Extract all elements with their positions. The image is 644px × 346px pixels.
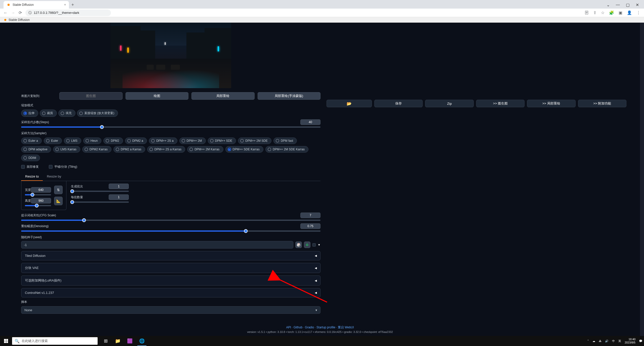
copy-paint-button[interactable]: 绘图 bbox=[126, 92, 189, 100]
url-input[interactable]: ⓘ 127.0.0.1:7860/?__theme=dark bbox=[25, 10, 111, 16]
sidepanel-icon[interactable]: ▣ bbox=[619, 10, 622, 15]
height-slider[interactable] bbox=[25, 205, 51, 206]
tray-notifications-icon[interactable]: 💬 bbox=[639, 339, 642, 343]
share-icon[interactable]: ⇪ bbox=[593, 10, 596, 15]
maximize-icon[interactable]: ▢ bbox=[626, 3, 630, 7]
bookmark-icon[interactable]: ☆ bbox=[601, 10, 605, 15]
footer-links[interactable]: API · Github · Gradio · Startup profile … bbox=[0, 325, 640, 330]
accordion-tiled-diffusion[interactable]: Tiled Diffusion◀ bbox=[21, 251, 320, 260]
sampler-dpmpp2msde[interactable]: DPM++ 2M SDE bbox=[238, 137, 271, 144]
close-icon[interactable]: ✕ bbox=[636, 3, 639, 7]
sampler-dpmpp2m[interactable]: DPM++ 2M bbox=[179, 137, 206, 144]
steps-value[interactable]: 40 bbox=[300, 119, 320, 125]
tab-resize-to[interactable]: Resize to bbox=[21, 172, 43, 181]
resize-stretch-radio[interactable]: 拉伸 bbox=[21, 110, 38, 117]
steps-slider[interactable] bbox=[21, 126, 320, 128]
sampler-euler-a[interactable]: Euler a bbox=[21, 137, 42, 144]
chevron-down-icon[interactable]: ⌄ bbox=[607, 3, 610, 7]
width-slider[interactable] bbox=[25, 194, 51, 195]
tray-clock[interactable]: 18:402023/8/5 bbox=[625, 338, 635, 344]
explorer-icon[interactable]: 📁 bbox=[112, 336, 123, 346]
sampler-dpmfast[interactable]: DPM fast bbox=[273, 137, 297, 144]
sampler-dpmpp2msde-karras[interactable]: DPM++ 2M SDE Karras bbox=[265, 146, 308, 153]
vertical-scrollbar[interactable] bbox=[640, 23, 644, 336]
new-tab-button[interactable]: + bbox=[69, 1, 76, 9]
copy-inpaint-button[interactable]: 局部重绘 bbox=[191, 92, 255, 100]
batch-size-value[interactable]: 1 bbox=[109, 194, 129, 200]
swap-dims-button[interactable]: ⇅ bbox=[54, 186, 63, 194]
tray-ime[interactable]: 英 bbox=[618, 339, 621, 343]
extensions-icon[interactable]: 🧩 bbox=[609, 10, 614, 15]
back-icon[interactable]: ← bbox=[4, 11, 8, 15]
minimize-icon[interactable]: — bbox=[616, 3, 620, 7]
copy-img2img-button[interactable]: 图生图 bbox=[59, 92, 123, 100]
send-inpaint-button[interactable]: >> 局部重绘 bbox=[527, 100, 575, 107]
sampler-dpm2a-karras[interactable]: DPM2 a Karras bbox=[113, 146, 145, 153]
resize-fill-radio[interactable]: 填充 bbox=[58, 110, 75, 117]
sampler-dpmpp2sa[interactable]: DPM++ 2S a bbox=[149, 137, 177, 144]
tray-up-icon[interactable]: ˄ bbox=[587, 339, 589, 343]
profile-icon[interactable]: 👤 bbox=[627, 10, 632, 15]
script-select[interactable]: None▾ bbox=[21, 306, 320, 314]
zip-button[interactable]: Zip bbox=[425, 100, 473, 107]
width-value[interactable]: 640 bbox=[31, 187, 51, 193]
app-icon-1[interactable]: 🟪 bbox=[124, 336, 135, 346]
save-button[interactable]: 保存 bbox=[374, 100, 423, 107]
sampler-dpmppsde[interactable]: DPM++ SDE bbox=[208, 137, 236, 144]
send-extras-button[interactable]: >> 附加功能 bbox=[578, 100, 626, 107]
chrome-icon[interactable]: 🌐 bbox=[136, 336, 147, 346]
seed-random-button[interactable]: 🎲 bbox=[295, 241, 302, 248]
tab-close-icon[interactable]: × bbox=[64, 3, 66, 7]
batch-size-slider[interactable] bbox=[71, 201, 129, 203]
seed-input[interactable] bbox=[21, 241, 293, 249]
denoise-value[interactable]: 0.75 bbox=[300, 223, 320, 229]
batch-count-slider[interactable] bbox=[71, 191, 129, 192]
sampler-dpmppsde-karras[interactable]: DPM++ SDE Karras bbox=[225, 146, 263, 153]
browser-tab[interactable]: Stable Diffusion × bbox=[4, 1, 69, 9]
send-img2img-button[interactable]: >> 图生图 bbox=[476, 100, 525, 107]
input-image-preview[interactable] bbox=[110, 23, 231, 88]
reload-icon[interactable]: ⟳ bbox=[19, 10, 22, 15]
tiling-checkbox[interactable]: 平铺/分块 (Tiling) bbox=[49, 165, 77, 169]
sampler-dpmpp2sa-karras[interactable]: DPM++ 2S a Karras bbox=[147, 146, 185, 153]
seed-expand-icon[interactable]: ▼ bbox=[318, 243, 320, 246]
menu-icon[interactable]: ⋮ bbox=[636, 10, 640, 15]
denoise-slider[interactable] bbox=[21, 230, 320, 232]
resize-latent-radio[interactable]: 直接缩放 (放大潜变量) bbox=[77, 110, 118, 117]
tray-cloud-icon[interactable]: ☁ bbox=[592, 339, 595, 343]
batch-count-value[interactable]: 1 bbox=[109, 184, 129, 189]
cfg-slider[interactable] bbox=[21, 220, 320, 221]
sampler-dpmpp2m-karras[interactable]: DPM++ 2M Karras bbox=[187, 146, 223, 153]
sampler-dpm2a[interactable]: DPM2 a bbox=[125, 137, 147, 144]
copy-inpaint-sketch-button[interactable]: 局部重绘(手涂蒙版) bbox=[258, 92, 321, 100]
sampler-heun[interactable]: Heun bbox=[83, 137, 102, 144]
tray-network-icon[interactable]: 🖧 bbox=[599, 339, 601, 342]
height-value[interactable]: 960 bbox=[31, 198, 51, 203]
taskbar-search[interactable]: 🔍 在此键入进行搜索 bbox=[12, 337, 98, 345]
sampler-dpm2-karras[interactable]: DPM2 Karras bbox=[82, 146, 111, 153]
sampler-euler[interactable]: Euler bbox=[44, 137, 62, 144]
sampler-dpm2[interactable]: DPM2 bbox=[103, 137, 123, 144]
resize-crop-radio[interactable]: 裁剪 bbox=[40, 110, 57, 117]
start-button[interactable] bbox=[0, 336, 12, 346]
detect-dims-button[interactable]: 📐 bbox=[54, 197, 63, 205]
sampler-ddim[interactable]: DDIM bbox=[21, 155, 40, 161]
tray-ime-lang[interactable]: 中 bbox=[612, 339, 615, 343]
system-tray[interactable]: ˄ ☁ 🖧 🔊 中 英 18:402023/8/5 💬 bbox=[587, 338, 644, 344]
open-folder-button[interactable]: 📂 bbox=[327, 100, 372, 107]
seed-reuse-button[interactable]: ♻ bbox=[304, 241, 310, 248]
task-view-icon[interactable]: ⊞ bbox=[100, 336, 111, 346]
cfg-value[interactable]: 7 bbox=[300, 213, 320, 218]
seed-extra-checkbox[interactable] bbox=[312, 243, 316, 247]
accordion-lora[interactable]: 可选附加网络(LoRA插件)◀ bbox=[21, 275, 320, 286]
tab-resize-by[interactable]: Resize by bbox=[43, 172, 65, 181]
forward-icon[interactable]: → bbox=[11, 11, 15, 15]
restore-faces-checkbox[interactable]: 面部修复 bbox=[21, 165, 39, 169]
accordion-tiled-vae[interactable]: 分块 VAE◀ bbox=[21, 263, 320, 273]
tray-sound-icon[interactable]: 🔊 bbox=[605, 339, 609, 343]
output-gallery[interactable] bbox=[327, 25, 626, 98]
sampler-lms-karras[interactable]: LMS Karras bbox=[53, 146, 80, 153]
translate-icon[interactable]: 🈂 bbox=[585, 11, 589, 15]
sampler-lms[interactable]: LMS bbox=[64, 137, 81, 144]
accordion-controlnet[interactable]: ControlNet v1.1.237◀ bbox=[21, 288, 320, 297]
